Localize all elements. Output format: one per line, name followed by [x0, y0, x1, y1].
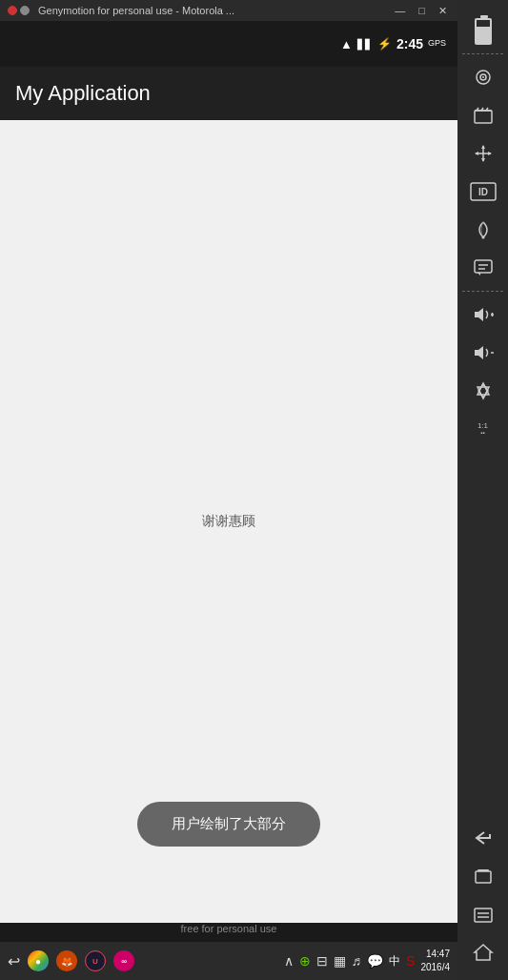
window-controls	[8, 6, 30, 15]
main-content: 谢谢惠顾 用户绘制了大部分	[0, 120, 457, 923]
maximize-button[interactable]: □	[416, 5, 428, 16]
battery-display	[475, 18, 492, 45]
tray-red-icon[interactable]: S	[406, 953, 415, 969]
camera-button[interactable]	[461, 59, 505, 95]
svg-marker-24	[475, 346, 483, 359]
android-home-button[interactable]	[461, 934, 505, 970]
panel-divider-top	[462, 53, 502, 54]
action-button[interactable]: 用户绘制了大部分	[137, 802, 320, 847]
tray-arrow-icon[interactable]: ∧	[284, 953, 294, 969]
svg-rect-30	[478, 869, 489, 871]
title-bar-left: Genymotion for personal use - Motorola .…	[8, 5, 234, 16]
tray-plus-icon[interactable]: ⊕	[299, 953, 311, 969]
right-panel: ID	[457, 0, 508, 980]
video-button[interactable]	[461, 97, 505, 133]
rotate-button[interactable]	[461, 373, 505, 409]
tray-volume-icon[interactable]: ♬	[352, 953, 362, 969]
wifi-icon: ▲	[340, 37, 353, 51]
ue-icon[interactable]: U	[85, 950, 106, 971]
signal-icon: ▋▋	[357, 39, 373, 50]
svg-marker-10	[481, 145, 485, 149]
window-title: Genymotion for personal use - Motorola .…	[38, 5, 234, 16]
taskbar-back-icon[interactable]: ↩	[8, 952, 20, 970]
svg-point-2	[482, 76, 484, 78]
taskbar: ↩ ● 🦊 U ∞ ∧ ⊕ ⊟ ▦ ♬ 💬 中 S 14:47 2016/4	[0, 942, 457, 980]
scale-button[interactable]: 1:1 ▪▪	[461, 411, 505, 447]
taskbar-datetime: 14:47 2016/4	[420, 948, 450, 974]
svg-text:ID: ID	[478, 187, 488, 197]
tray-lang[interactable]: 中	[389, 953, 400, 970]
sms-button[interactable]	[461, 250, 505, 286]
chrome-icon[interactable]: ●	[28, 950, 49, 971]
taskbar-right: ∧ ⊕ ⊟ ▦ ♬ 💬 中 S 14:47 2016/4	[284, 948, 450, 974]
minimize-dot	[20, 6, 30, 15]
volume-down-button[interactable]	[461, 335, 505, 371]
phone-screen: ▲ ▋▋ ⚡ 2:45 GPS My Application 谢谢惠顾 用户绘制…	[0, 21, 457, 980]
android-menu-button[interactable]	[461, 896, 505, 932]
android-back-button[interactable]	[461, 820, 505, 856]
tray-msg-icon[interactable]: 💬	[367, 953, 383, 969]
volume-up-button[interactable]	[461, 296, 505, 333]
title-bar: Genymotion for personal use - Motorola .…	[0, 0, 457, 21]
app-bar: My Application	[0, 67, 457, 120]
free-use-text: free for personal use	[0, 923, 457, 934]
tray-screen-icon[interactable]: ▦	[334, 953, 346, 969]
move-button[interactable]	[461, 135, 505, 172]
status-icons: ▲ ▋▋ ⚡ 2:45 GPS	[340, 36, 446, 51]
svg-point-16	[481, 236, 484, 239]
android-recents-button[interactable]	[461, 858, 505, 894]
minimize-button[interactable]: —	[392, 5, 408, 16]
svg-rect-3	[475, 111, 492, 123]
nfc-button[interactable]	[461, 212, 505, 248]
status-bar: ▲ ▋▋ ⚡ 2:45 GPS	[0, 21, 457, 67]
svg-marker-21	[475, 308, 483, 321]
svg-marker-20	[478, 273, 480, 276]
tray-device-icon[interactable]: ⊟	[316, 953, 328, 969]
battery-icon: ⚡	[377, 37, 392, 51]
app-title: My Application	[15, 81, 151, 106]
gps-label: GPS	[428, 39, 446, 49]
battery-widget	[475, 10, 492, 45]
svg-marker-12	[475, 152, 478, 155]
firefox-icon[interactable]: 🦊	[56, 950, 77, 971]
close-window-dot	[8, 6, 17, 15]
id-button[interactable]: ID	[461, 174, 505, 210]
status-time: 2:45	[396, 36, 423, 51]
svg-rect-29	[476, 871, 491, 883]
center-label: 谢谢惠顾	[202, 513, 255, 530]
oo-icon[interactable]: ∞	[113, 950, 134, 971]
svg-rect-17	[475, 260, 492, 273]
svg-marker-34	[475, 945, 492, 960]
close-button[interactable]: ✕	[436, 5, 450, 17]
svg-rect-31	[475, 909, 492, 922]
svg-marker-11	[481, 158, 485, 162]
window-buttons[interactable]: — □ ✕	[392, 5, 450, 17]
panel-divider-mid	[462, 291, 502, 292]
svg-marker-13	[488, 152, 492, 155]
